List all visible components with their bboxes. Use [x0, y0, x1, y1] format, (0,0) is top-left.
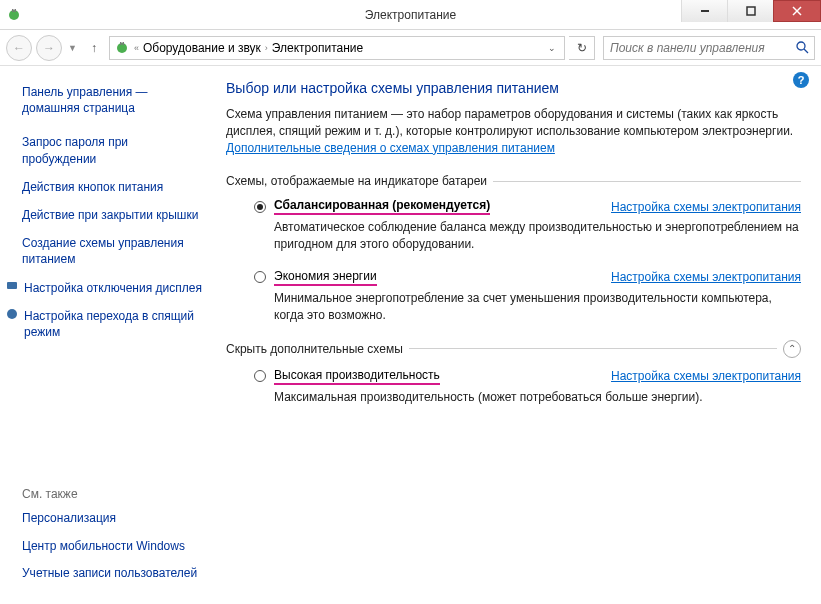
help-icon[interactable]: ? [793, 72, 809, 88]
svg-point-7 [117, 43, 127, 53]
control-panel-home-link[interactable]: Панель управления — домашняя страница [22, 84, 204, 116]
sidebar-link[interactable]: Настройка перехода в спящий режим [22, 308, 204, 340]
see-also-link[interactable]: Персонализация [22, 511, 204, 527]
svg-rect-9 [122, 42, 124, 45]
titlebar: Электропитание [0, 0, 821, 30]
breadcrumb-dropdown[interactable]: ⌄ [548, 43, 560, 53]
svg-point-0 [9, 10, 19, 20]
monitor-icon [6, 280, 18, 292]
search-icon[interactable] [790, 41, 814, 54]
see-also-heading: См. также [22, 487, 204, 501]
plan-settings-link[interactable]: Настройка схемы электропитания [611, 270, 801, 284]
fieldset-battery-plans: Схемы, отображаемые на индикаторе батаре… [226, 174, 801, 188]
chevron-icon: « [134, 43, 139, 53]
plan-name-balanced[interactable]: Сбалансированная (рекомендуется) [274, 198, 490, 215]
refresh-button[interactable]: ↻ [569, 36, 595, 60]
plan-name-high-perf[interactable]: Высокая производительность [274, 368, 440, 385]
plan-desc: Минимальное энергопотребление за счет ум… [274, 290, 801, 324]
collapse-icon[interactable]: ⌃ [783, 340, 801, 358]
intro-link[interactable]: Дополнительные сведения о схемах управле… [226, 141, 555, 155]
plan-desc: Автоматическое соблюдение баланса между … [274, 219, 801, 253]
sidebar-link[interactable]: Действие при закрытии крышки [22, 207, 204, 223]
plan-desc: Максимальная производительность (может п… [274, 389, 801, 406]
sidebar-link[interactable]: Запрос пароля при пробуждении [22, 134, 204, 166]
chevron-icon: › [265, 43, 268, 53]
plan-radio-high-perf[interactable] [254, 370, 266, 382]
plan-radio-saver[interactable] [254, 271, 266, 283]
address-bar: ← → ▼ ↑ « Оборудование и звук › Электроп… [0, 30, 821, 66]
plan-name-saver[interactable]: Экономия энергии [274, 269, 377, 286]
svg-rect-4 [747, 7, 755, 15]
svg-rect-12 [7, 282, 17, 289]
close-button[interactable] [773, 0, 821, 22]
breadcrumb[interactable]: « Оборудование и звук › Электропитание ⌄ [109, 36, 565, 60]
maximize-button[interactable] [727, 0, 773, 22]
history-dropdown[interactable]: ▼ [66, 43, 79, 53]
main-panel: ? Выбор или настройка схемы управления п… [214, 66, 821, 604]
svg-rect-8 [120, 42, 122, 45]
forward-button[interactable]: → [36, 35, 62, 61]
svg-rect-1 [12, 9, 14, 12]
sidebar-link[interactable]: Действия кнопок питания [22, 179, 204, 195]
moon-icon [6, 308, 18, 320]
plan-radio-balanced[interactable] [254, 201, 266, 213]
plan-settings-link[interactable]: Настройка схемы электропитания [611, 200, 801, 214]
svg-point-10 [797, 42, 805, 50]
back-button[interactable]: ← [6, 35, 32, 61]
see-also-link[interactable]: Учетные записи пользователей [22, 566, 204, 582]
intro-text: Схема управления питанием — это набор па… [226, 106, 801, 156]
svg-point-13 [7, 309, 17, 319]
breadcrumb-item[interactable]: Оборудование и звук [143, 41, 261, 55]
search-box[interactable] [603, 36, 815, 60]
plan-settings-link[interactable]: Настройка схемы электропитания [611, 369, 801, 383]
page-title: Выбор или настройка схемы управления пит… [226, 80, 801, 96]
sidebar: Панель управления — домашняя страница За… [0, 66, 214, 604]
minimize-button[interactable] [681, 0, 727, 22]
breadcrumb-item[interactable]: Электропитание [272, 41, 363, 55]
sidebar-link[interactable]: Настройка отключения дисплея [22, 280, 204, 296]
breadcrumb-root-icon [114, 40, 130, 56]
svg-line-11 [804, 49, 808, 53]
fieldset-additional-plans[interactable]: Скрыть дополнительные схемы ⌃ [226, 340, 801, 358]
svg-rect-2 [15, 9, 17, 12]
app-icon [0, 7, 28, 23]
search-input[interactable] [604, 41, 790, 55]
up-button[interactable]: ↑ [83, 41, 105, 55]
sidebar-link[interactable]: Создание схемы управления питанием [22, 235, 204, 267]
see-also-link[interactable]: Центр мобильности Windows [22, 539, 204, 555]
